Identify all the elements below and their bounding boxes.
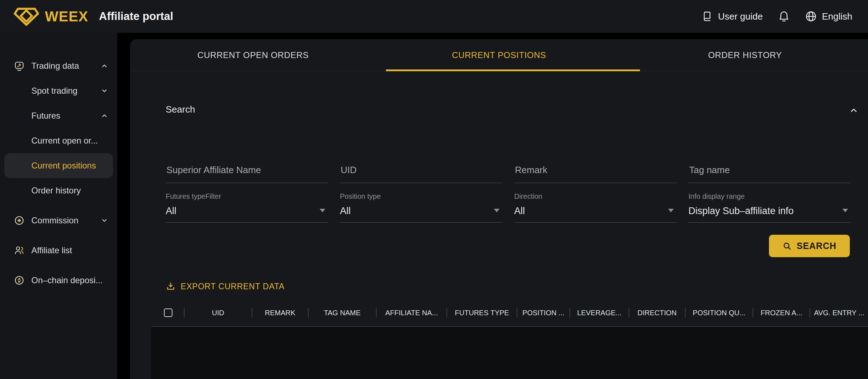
sidebar-item-commission[interactable]: Commission [0,208,117,233]
dropdown-arrow-icon [668,209,674,212]
futures-type-select[interactable]: Futures typeFilter All [166,192,328,223]
dropdown-arrow-icon [842,209,848,212]
field-remark [514,159,677,183]
language-selector[interactable]: English [805,10,852,22]
bell-icon [778,10,790,22]
sidebar-item-label: Current open or... [31,136,108,146]
transfer-icon [14,275,24,285]
sidebar-item-label: Affiliate list [31,245,108,255]
main-panel: CURRENT OPEN ORDERS CURRENT POSITIONS OR… [130,39,868,379]
column-header-frozen-amount: FROZEN A... [753,309,810,317]
sidebar-item-spot-trading[interactable]: Spot trading [0,78,117,103]
tab-bar: CURRENT OPEN ORDERS CURRENT POSITIONS OR… [130,39,868,71]
search-section-title: Search [166,104,195,115]
collapse-search-button[interactable] [849,106,858,115]
field-uid [340,159,502,183]
active-tab-underline [386,69,640,71]
weex-logo-icon [14,7,39,26]
sidebar-item-label: Order history [31,186,108,196]
select-value: All [514,206,677,217]
column-header-affiliate-name: AFFILIATE NA... [377,309,446,317]
field-tag-name [688,159,851,183]
sidebar: Trading data Spot trading Futures Curren… [0,33,117,379]
tag-name-input[interactable] [688,159,851,183]
download-icon [166,281,176,291]
tab-current-open-orders[interactable]: CURRENT OPEN ORDERS [130,39,376,71]
sidebar-item-futures[interactable]: Futures [0,103,117,128]
position-type-select[interactable]: Position type All [340,192,502,223]
chevron-down-icon [101,87,108,94]
chevron-down-icon [101,217,108,224]
column-header-direction: DIRECTION [629,309,685,317]
column-header-tag-name: TAG NAME [309,309,376,317]
sidebar-item-current-positions[interactable]: Current positions [4,153,113,178]
sidebar-item-label: Futures [31,111,98,121]
column-header-avg-entry: AVG. ENTRY ... [810,309,868,317]
sidebar-item-label: Trading data [31,61,98,71]
sidebar-item-affiliate-list[interactable]: Affiliate list [0,238,117,263]
topbar-actions: User guide English [702,10,852,22]
search-button-label: SEARCH [797,241,837,251]
chevron-up-icon [101,62,108,69]
coin-icon [14,216,24,225]
tab-current-positions[interactable]: CURRENT POSITIONS [376,39,622,71]
select-label: Direction [514,192,677,201]
select-all-checkbox[interactable] [164,308,172,317]
notifications-button[interactable] [778,10,790,22]
column-header-leverage: LEVERAGE... [570,309,629,317]
search-fields-row [166,159,851,183]
export-label: EXPORT CURRENT DATA [181,282,285,291]
select-value: All [166,206,328,217]
sidebar-item-label: Spot trading [31,86,98,96]
users-icon [14,245,24,255]
page-title: Affiliate portal [99,10,173,23]
dropdown-arrow-icon [320,209,325,212]
screen: WEEX Affiliate portal User guide [0,0,868,379]
search-icon [782,242,792,251]
sidebar-item-label: On–chain deposi... [31,275,108,285]
monitor-chart-icon [14,61,24,71]
select-label: Info display range [688,192,851,201]
uid-input[interactable] [340,159,502,183]
brand: WEEX Affiliate portal [14,7,173,26]
search-selects-row: Futures typeFilter All Position type All… [166,192,851,223]
sidebar-item-order-history[interactable]: Order history [0,178,117,203]
sidebar-item-label: Commission [31,216,98,225]
language-label: English [822,11,852,22]
user-guide-label: User guide [718,11,763,22]
select-all-cell [151,308,184,317]
user-guide-button[interactable]: User guide [702,11,763,22]
sidebar-item-label: Current positions [31,161,104,171]
direction-select[interactable]: Direction All [514,192,677,223]
remark-input[interactable] [514,159,677,183]
superior-affiliate-name-input[interactable] [166,159,328,183]
sidebar-item-trading-data[interactable]: Trading data [0,53,117,78]
search-button[interactable]: SEARCH [769,235,850,257]
select-value: Display Sub–affiliate info [688,206,851,217]
column-header-position: POSITION ... [517,309,569,317]
field-superior-affiliate-name [166,159,328,183]
table-header-row: UID REMARK TAG NAME AFFILIATE NA... FUTU… [151,303,868,323]
top-bar: WEEX Affiliate portal User guide [0,0,868,33]
column-header-futures-type: FUTURES TYPE [447,309,517,317]
globe-icon [805,10,817,22]
info-display-range-select[interactable]: Info display range Display Sub–affiliate… [688,192,851,223]
sidebar-item-onchain-deposit[interactable]: On–chain deposi... [0,268,117,293]
select-label: Position type [340,192,502,201]
column-header-position-quantity: POSITION QU... [686,309,753,317]
book-icon [702,11,713,22]
tab-order-history[interactable]: ORDER HISTORY [622,39,868,71]
export-current-data-button[interactable]: EXPORT CURRENT DATA [166,281,285,291]
brand-name: WEEX [45,9,88,25]
chevron-up-icon [101,112,108,119]
column-header-remark: REMARK [252,309,308,317]
chevron-up-icon [849,106,858,115]
dropdown-arrow-icon [494,209,500,212]
column-header-uid: UID [185,309,252,317]
select-value: All [340,206,502,217]
table-body-empty [151,326,868,379]
sidebar-item-current-open-orders[interactable]: Current open or... [0,128,117,153]
select-label: Futures typeFilter [166,192,328,201]
